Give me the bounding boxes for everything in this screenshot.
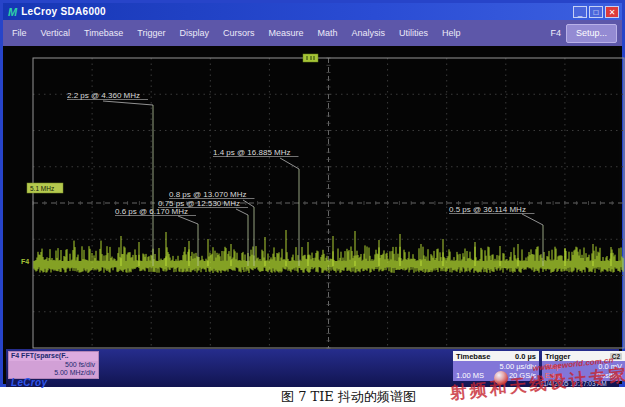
scope-app-window: M LeCroy SDA6000 _ □ ✕ FileVerticalTimeb… — [0, 0, 625, 387]
active-trace-label: F4 — [545, 25, 566, 41]
menu-item-utilities[interactable]: Utilities — [392, 25, 435, 41]
window-title: LeCroy SDA6000 — [21, 6, 106, 17]
lecroy-brand-logo: LeCroy — [11, 377, 47, 388]
window-controls: _ □ ✕ — [573, 6, 619, 18]
page: M LeCroy SDA6000 _ □ ✕ FileVerticalTimeb… — [0, 0, 625, 407]
menu-item-math[interactable]: Math — [310, 25, 344, 41]
trigger-label: Trigger — [545, 352, 570, 361]
lecroy-logo-icon: M — [8, 6, 17, 18]
trace-descriptor-f4[interactable]: F4 FFT(sparse(F.. 500 fs/div 5.00 MHz/di… — [8, 351, 99, 379]
title-bar: M LeCroy SDA6000 _ □ ✕ — [3, 3, 622, 20]
menu-item-vertical[interactable]: Vertical — [34, 25, 78, 41]
menu-item-display[interactable]: Display — [172, 25, 216, 41]
menu-item-cursors[interactable]: Cursors — [216, 25, 262, 41]
menu-bar: FileVerticalTimebaseTriggerDisplayCursor… — [3, 20, 622, 46]
menu-item-file[interactable]: File — [5, 25, 34, 41]
menu-item-timebase[interactable]: Timebase — [77, 25, 130, 41]
timebase-delay-value: 0.0 µs — [515, 352, 536, 361]
trace-vertical-scale: 500 fs/div — [9, 361, 98, 370]
close-button[interactable]: ✕ — [605, 6, 619, 18]
timebase-label: Timebase — [456, 352, 490, 361]
menu-item-analysis[interactable]: Analysis — [344, 25, 392, 41]
waveform-grid-area[interactable] — [6, 46, 619, 349]
menu-item-measure[interactable]: Measure — [261, 25, 310, 41]
watermark-logo-icon — [494, 371, 508, 385]
menu-item-trigger[interactable]: Trigger — [130, 25, 172, 41]
trace-descriptor-title: F4 FFT(sparse(F.. — [9, 352, 98, 361]
menu-item-help[interactable]: Help — [435, 25, 468, 41]
minimize-button[interactable]: _ — [573, 6, 587, 18]
setup-button[interactable]: Setup... — [566, 24, 617, 43]
maximize-button[interactable]: □ — [589, 6, 603, 18]
